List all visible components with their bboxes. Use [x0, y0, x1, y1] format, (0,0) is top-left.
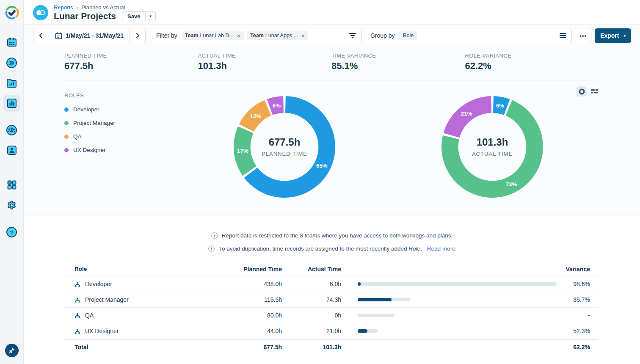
- total-actual: 101.3h: [282, 344, 341, 350]
- sidebar-item-teams[interactable]: [3, 121, 20, 138]
- breadcrumb-current: Planned vs Actual: [81, 4, 125, 11]
- actual-value: 21.0h: [282, 328, 341, 334]
- app-window: ? Reports › Planned vs Actual Lunar Pro: [0, 0, 640, 364]
- previous-period-button[interactable]: [33, 28, 49, 43]
- stat-role-variance: ROLE VARIANCE 62.2%: [465, 52, 599, 72]
- sidebar-item-calendar[interactable]: [3, 34, 20, 51]
- rows-icon: [591, 89, 598, 94]
- filter-chip-type: Team: [250, 33, 264, 39]
- page-header: Reports › Planned vs Actual Lunar Projec…: [24, 0, 640, 25]
- stat-label: ACTUAL TIME: [198, 52, 332, 59]
- legend-item-qa[interactable]: QA: [64, 133, 183, 140]
- sidebar-item-projects-report[interactable]: [3, 74, 20, 91]
- sidebar: ?: [0, 0, 24, 364]
- filter-chip-team-1[interactable]: Team Lunar Lab D... ✕: [182, 31, 244, 40]
- table-row-developer[interactable]: Developer 438.0h 6.0h 98.6%: [64, 276, 599, 292]
- column-role[interactable]: Role: [64, 266, 233, 272]
- group-menu-icon[interactable]: [560, 33, 566, 39]
- pin-icon: [8, 347, 15, 354]
- info-notes: i Report data is restricted to the 8 tea…: [24, 215, 640, 256]
- breadcrumb-reports-link[interactable]: Reports: [54, 4, 73, 11]
- sidebar-item-help[interactable]: ?: [3, 223, 20, 240]
- column-actual-time[interactable]: Actual Time: [282, 266, 341, 273]
- planned-value: 44.0h: [233, 328, 282, 334]
- filter-by-control[interactable]: Filter by Team Lunar Lab D... ✕ Team Lun…: [151, 28, 361, 43]
- sidebar-item-reports[interactable]: [3, 95, 20, 112]
- sidebar-divider: [5, 118, 19, 118]
- sidebar-item-planner[interactable]: [3, 54, 20, 71]
- role-name: UX Designer: [85, 328, 119, 334]
- remove-filter-icon[interactable]: ✕: [237, 33, 240, 38]
- actual-time-chart-cell: 6%73%21% 101.3h ACTUAL TIME: [386, 88, 599, 198]
- actual-time-donut[interactable]: 6%73%21% 101.3h ACTUAL TIME: [441, 96, 543, 198]
- column-variance[interactable]: Variance: [557, 266, 599, 273]
- save-button[interactable]: Save: [122, 11, 145, 21]
- actual-value: 0h: [282, 312, 341, 319]
- pin-sidebar-button[interactable]: [5, 344, 19, 357]
- sidebar-item-apps[interactable]: [3, 176, 20, 193]
- save-dropdown-button[interactable]: ▾: [145, 11, 156, 21]
- breadcrumb: Reports › Planned vs Actual: [54, 4, 156, 11]
- planned-time-donut[interactable]: 65%17%12%6% 677.5h PLANNED TIME: [233, 96, 336, 198]
- filter-chip-value: Lunar Apps ...: [265, 33, 298, 39]
- chevron-left-icon: [38, 33, 44, 39]
- total-label: Total: [64, 344, 233, 350]
- table-view-toggle[interactable]: [589, 86, 599, 97]
- table-row-ux-designer[interactable]: UX Designer 44.0h 21.0h 52.3%: [64, 323, 599, 339]
- sidebar-item-my-work[interactable]: [3, 142, 20, 159]
- planned-value: 80.0h: [233, 312, 282, 319]
- legend-item-ux-designer[interactable]: UX Designer: [64, 147, 183, 153]
- tempo-logo-icon[interactable]: [3, 4, 20, 21]
- date-nav-group: 1/May/21 - 31/May/21: [33, 28, 146, 43]
- donut-segment-percent: 21%: [461, 110, 472, 117]
- remove-filter-icon[interactable]: ✕: [301, 33, 305, 38]
- sidebar-item-settings[interactable]: [3, 197, 20, 214]
- date-range-label: 1/May/21 - 31/May/21: [66, 32, 124, 39]
- chart-legend: ROLES Developer Project Manager QA: [64, 88, 183, 198]
- legend-item-developer[interactable]: Developer: [64, 106, 183, 113]
- group-by-chip[interactable]: Role: [399, 31, 418, 40]
- stat-label: TIME VARIANCE: [331, 52, 465, 59]
- column-planned-time[interactable]: Planned Time: [233, 266, 282, 273]
- summary-stats: PLANNED TIME 677.5h ACTUAL TIME 101.3h T…: [24, 43, 640, 72]
- actual-time-donut-svg: 6%73%21%: [441, 96, 543, 198]
- stat-value: 101.3h: [198, 61, 332, 72]
- filter-chip-team-2[interactable]: Team Lunar Apps ... ✕: [247, 31, 308, 40]
- report-icon: [33, 5, 48, 20]
- filter-funnel-icon[interactable]: [349, 33, 356, 39]
- donut-segment-percent: 73%: [506, 181, 517, 188]
- chart-view-toggles: [577, 86, 599, 97]
- user-card-icon: [6, 145, 17, 156]
- legend-label: Project Manager: [73, 120, 115, 126]
- table-row-project-manager[interactable]: Project Manager 115.5h 74.3h 35.7%: [64, 292, 599, 308]
- export-button[interactable]: Export ▾: [595, 28, 631, 43]
- next-period-button[interactable]: [130, 28, 145, 43]
- table-row-qa[interactable]: QA 80.0h 0h -: [64, 308, 599, 323]
- stat-planned-time: PLANNED TIME 677.5h: [64, 52, 198, 72]
- stat-label: PLANNED TIME: [64, 52, 198, 59]
- chevron-right-icon: [135, 33, 141, 39]
- apps-grid-icon: [6, 179, 17, 190]
- planned-time-donut-svg: 65%17%12%6%: [233, 96, 336, 198]
- legend-dot-developer: [64, 108, 69, 112]
- donut-view-toggle[interactable]: [577, 86, 587, 97]
- donut-segment-percent: 65%: [316, 163, 328, 169]
- role-name: QA: [85, 312, 94, 319]
- actual-value: 74.3h: [282, 296, 341, 303]
- legend-item-project-manager[interactable]: Project Manager: [64, 120, 183, 126]
- stat-time-variance: TIME VARIANCE 85.1%: [331, 52, 465, 72]
- more-options-button[interactable]: •••: [575, 28, 591, 43]
- read-more-link[interactable]: Read more: [427, 245, 455, 252]
- report-top-section: 1/May/21 - 31/May/21 Filter by Team Luna…: [24, 25, 640, 215]
- variance-value: 98.6%: [557, 281, 599, 287]
- page-title: Lunar Projects: [54, 11, 116, 21]
- donut-segment-percent: 17%: [237, 148, 248, 154]
- total-variance: 62.2%: [557, 344, 599, 350]
- date-range-button[interactable]: 1/May/21 - 31/May/21: [49, 28, 130, 43]
- variance-value: 35.7%: [557, 296, 599, 303]
- group-by-control[interactable]: Group by Role: [365, 28, 572, 43]
- role-group-icon: [74, 297, 80, 303]
- variance-value: -: [557, 312, 599, 319]
- settings-gear-icon: [6, 200, 17, 211]
- legend-label: UX Designer: [73, 147, 106, 153]
